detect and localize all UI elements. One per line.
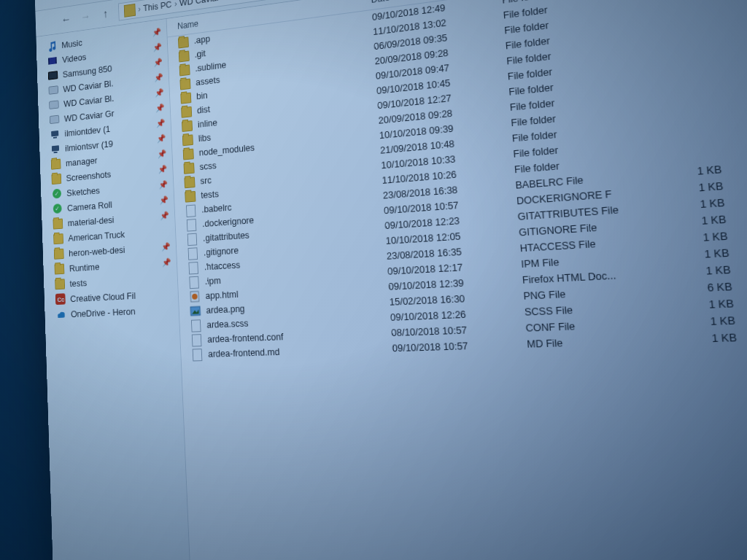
svg-rect-11 — [55, 57, 57, 63]
file-name: .app — [193, 34, 210, 46]
drive-icon — [48, 84, 58, 96]
folder-icon — [124, 4, 136, 18]
file-name: .gitattributes — [203, 230, 249, 244]
up-button[interactable]: ↑ — [98, 6, 112, 23]
sidebar-item-label: Creative Cloud Fil — [70, 290, 136, 304]
file-icon — [190, 319, 201, 332]
file-size: 1 KB — [658, 264, 731, 279]
file-icon — [186, 219, 197, 231]
file-size — [640, 39, 711, 47]
folder-icon — [182, 133, 193, 146]
pin-icon: 📌 — [157, 133, 166, 144]
sidebar-item-label: heron-web-desi — [69, 244, 125, 258]
folder-icon — [54, 248, 64, 260]
video-icon — [47, 55, 58, 66]
folder-icon — [179, 50, 190, 62]
onedrive-icon — [56, 308, 66, 320]
pin-icon: 📌 — [158, 149, 167, 159]
check-icon: ✓ — [53, 203, 63, 214]
folder-icon — [179, 78, 190, 90]
file-name: .ipm — [204, 276, 221, 287]
file-size: 1 KB — [657, 247, 729, 262]
file-date: 08/10/2018 10:57 — [391, 323, 526, 339]
file-type: MD File — [527, 334, 665, 350]
file-icon — [185, 204, 196, 217]
folder-icon — [53, 233, 63, 244]
file-icon — [192, 349, 204, 360]
folder-icon — [55, 278, 65, 289]
file-size — [646, 120, 717, 127]
folder-icon — [184, 176, 195, 188]
file-size: 1 KB — [652, 197, 725, 214]
body: Music📌Videos📌Samsung 850📌WD Caviar Bl.📌W… — [36, 0, 747, 560]
check-icon: ✓ — [52, 188, 62, 200]
file-size: 6 KB — [659, 281, 733, 296]
sidebar-item-label: Videos — [62, 51, 86, 64]
file-name: bin — [196, 90, 208, 101]
file-name: app.html — [205, 289, 239, 301]
pin-icon: 📌 — [160, 211, 169, 221]
file-size — [642, 71, 713, 78]
sidebar-item-label: manager — [66, 155, 98, 168]
file-name: ardea-frontend.conf — [207, 332, 284, 345]
sidebar-item-label: tests — [69, 277, 87, 289]
file-icon — [188, 262, 199, 274]
file-name: .git — [194, 49, 206, 60]
file-icon — [188, 276, 199, 289]
file-name: ardea.scss — [206, 318, 249, 330]
sidebar-item-label: Screenshots — [66, 168, 111, 183]
sidebar-item-label: Camera Roll — [67, 199, 112, 213]
pin-icon: 📌 — [158, 179, 168, 190]
file-name: tests — [201, 189, 219, 201]
svg-rect-20 — [190, 306, 200, 315]
file-icon — [191, 334, 202, 346]
file-name: .gitignore — [204, 246, 239, 258]
pin-icon: 📌 — [154, 72, 163, 82]
folder-icon — [180, 92, 191, 104]
file-icon — [187, 247, 198, 260]
sidebar-item-label: material-desi — [68, 214, 115, 228]
file-name: scss — [199, 160, 217, 172]
sidebar-item-label: Sketches — [66, 184, 100, 198]
breadcrumb-segment[interactable]: This PC — [143, 0, 172, 13]
forward-button[interactable]: → — [79, 9, 93, 26]
sidebar-item-label: Music — [61, 37, 82, 50]
file-size: 1 KB — [654, 214, 727, 230]
file-size: 1 KB — [664, 332, 738, 346]
folder-icon — [182, 120, 193, 132]
folder-icon — [183, 162, 194, 174]
svg-rect-15 — [54, 152, 58, 153]
pin-icon: 📌 — [159, 195, 169, 205]
drive-icon — [50, 114, 60, 125]
pin-icon: 📌 — [158, 164, 167, 174]
file-size: 1 KB — [662, 315, 736, 330]
folder-icon — [53, 218, 63, 230]
file-size — [645, 104, 716, 110]
folder-icon — [181, 106, 192, 118]
back-button[interactable]: ← — [59, 12, 73, 28]
folder-icon — [54, 263, 64, 275]
svg-rect-10 — [48, 58, 50, 64]
pin-icon: 📌 — [155, 88, 164, 98]
file-size — [640, 55, 711, 63]
file-size: 1 KB — [661, 298, 735, 313]
pc-icon — [50, 128, 60, 140]
pc-icon — [50, 143, 61, 155]
folder-icon — [178, 36, 189, 48]
file-size — [648, 136, 719, 142]
file-type: CONF File — [525, 318, 663, 334]
file-name: assets — [196, 75, 220, 88]
pin-icon: 📌 — [155, 103, 165, 113]
file-name: .dockerignore — [202, 215, 254, 229]
file-name: libs — [198, 133, 212, 144]
folder-icon — [185, 190, 196, 203]
file-name: .sublime — [195, 60, 226, 74]
svg-rect-14 — [52, 145, 59, 151]
svg-text:Cc: Cc — [57, 296, 64, 304]
cc-icon: Cc — [55, 293, 66, 305]
svg-rect-13 — [53, 137, 57, 139]
folder-icon — [183, 148, 194, 160]
folder-icon — [51, 173, 61, 184]
html-icon — [189, 290, 200, 303]
explorer-window: Copy Paste 📋Copy path 📎Paste shortcut Cl… — [34, 0, 747, 560]
